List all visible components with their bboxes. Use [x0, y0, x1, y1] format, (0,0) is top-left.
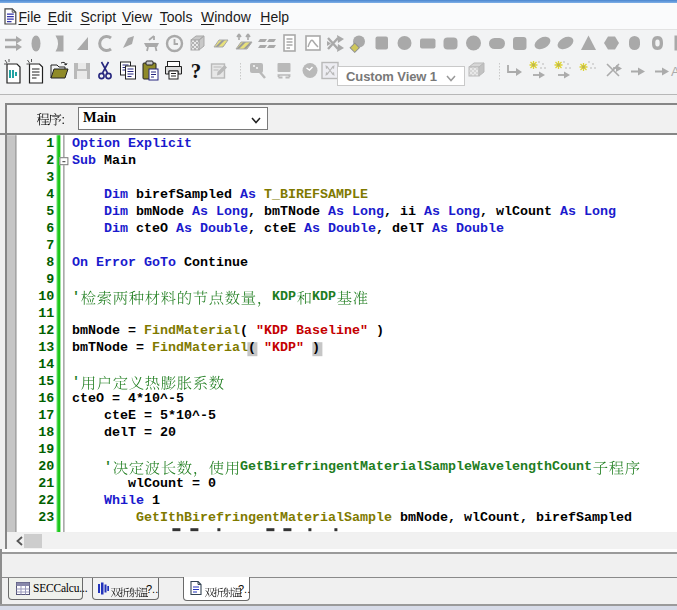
svg-text:?: ?: [191, 59, 202, 83]
svg-text:A: A: [671, 64, 677, 79]
